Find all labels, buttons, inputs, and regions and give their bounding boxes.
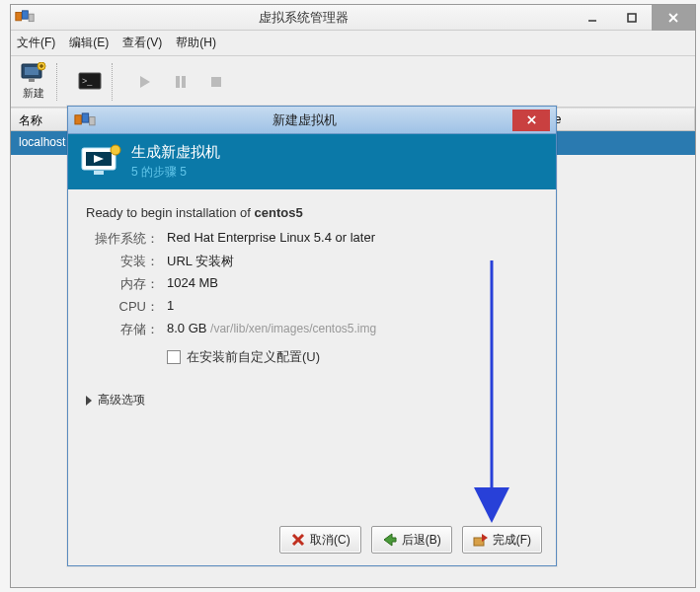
toolbar-separator [112, 63, 123, 101]
cancel-button[interactable]: 取消(C) [279, 526, 361, 554]
menu-edit[interactable]: 编辑(E) [69, 35, 109, 51]
box-apply-icon [473, 532, 489, 548]
svg-rect-2 [29, 14, 34, 21]
svg-rect-0 [16, 12, 22, 20]
spec-cpu-value: 1 [167, 298, 538, 316]
toolbar-open[interactable]: >_ [72, 70, 108, 94]
toolbar-new[interactable]: 新建 [15, 62, 52, 101]
menubar: 文件(F) 编辑(E) 查看(V) 帮助(H) [11, 31, 695, 56]
spec-storage-value: 8.0 GB /var/lib/xen/images/centos5.img [167, 321, 538, 338]
spec-os-label: 操作系统： [86, 230, 159, 248]
maximize-button[interactable] [612, 5, 652, 31]
checkbox-icon [167, 350, 181, 364]
dialog-titlebar: 新建虚拟机 [68, 107, 556, 134]
dialog-close-button[interactable] [512, 110, 550, 131]
ready-text: Ready to begin installation of centos5 [86, 205, 538, 220]
svg-marker-31 [384, 534, 396, 546]
spec-cpu-label: CPU： [86, 298, 159, 316]
ready-vm-name: centos5 [255, 205, 303, 220]
svg-rect-17 [182, 76, 186, 88]
toolbar: 新建 >_ [11, 56, 695, 108]
dialog-title: 新建虚拟机 [96, 111, 512, 129]
svg-rect-1 [22, 10, 28, 18]
svg-rect-16 [176, 76, 180, 88]
toolbar-separator [56, 63, 68, 101]
svg-rect-9 [29, 79, 35, 82]
finish-label: 完成(F) [493, 532, 531, 549]
terminal-icon: >_ [76, 70, 104, 94]
ready-prefix: Ready to begin installation of [86, 205, 255, 220]
cancel-x-icon [290, 532, 306, 548]
svg-point-28 [111, 145, 120, 155]
main-titlebar: 虚拟系统管理器 [11, 5, 695, 31]
dialog-heading: 生成新虚拟机 [131, 143, 220, 162]
main-title: 虚拟系统管理器 [35, 9, 573, 27]
advanced-label: 高级选项 [98, 392, 145, 408]
svg-rect-20 [82, 112, 88, 121]
minimize-button[interactable] [573, 5, 612, 31]
spec-mem-label: 内存： [86, 275, 159, 293]
stop-icon [202, 70, 230, 94]
play-icon [131, 70, 159, 94]
monitor-new-icon [20, 62, 47, 86]
toolbar-stop[interactable] [198, 70, 234, 94]
spec-install-label: 安装： [86, 253, 159, 270]
toolbar-play[interactable] [127, 70, 163, 94]
spec-storage-path: /var/lib/xen/images/centos5.img [210, 322, 376, 335]
pause-icon [167, 70, 194, 94]
menu-file[interactable]: 文件(F) [17, 35, 55, 51]
back-button[interactable]: 后退(B) [371, 526, 452, 554]
toolbar-new-label: 新建 [23, 86, 44, 101]
svg-rect-19 [75, 114, 81, 123]
monitor-create-icon [80, 144, 121, 180]
app-icon [15, 10, 35, 26]
svg-rect-18 [211, 77, 221, 87]
spec-os-value: Red Hat Enterprise Linux 5.4 or later [167, 230, 538, 248]
app-icon [74, 112, 96, 128]
svg-rect-8 [25, 67, 39, 75]
cancel-label: 取消(C) [310, 532, 350, 549]
finish-button[interactable]: 完成(F) [462, 526, 542, 554]
svg-rect-27 [94, 171, 104, 175]
spec-mem-value: 1024 MB [167, 275, 538, 293]
svg-marker-33 [482, 534, 488, 542]
svg-rect-4 [628, 14, 636, 22]
new-vm-dialog: 新建虚拟机 生成新虚拟机 5 的步骤 5 Ready to begin inst… [67, 106, 557, 566]
menu-help[interactable]: 帮助(H) [176, 35, 216, 51]
dialog-header: 生成新虚拟机 5 的步骤 5 [68, 134, 556, 189]
spec-storage-label: 存储： [86, 321, 159, 338]
menu-view[interactable]: 查看(V) [122, 35, 162, 51]
dialog-step: 5 的步骤 5 [131, 164, 220, 181]
advanced-expander[interactable]: 高级选项 [86, 392, 538, 408]
svg-text:>_: >_ [82, 76, 93, 86]
triangle-right-icon [86, 396, 92, 406]
toolbar-pause[interactable] [163, 70, 198, 94]
customize-checkbox[interactable]: 在安装前自定义配置(U) [167, 348, 538, 366]
arrow-left-icon [382, 532, 398, 548]
close-button[interactable] [652, 5, 695, 31]
svg-rect-21 [90, 116, 95, 124]
svg-marker-15 [140, 76, 150, 88]
customize-label: 在安装前自定义配置(U) [187, 348, 320, 366]
spec-install-value: URL 安装树 [167, 253, 538, 270]
back-label: 后退(B) [402, 532, 441, 549]
